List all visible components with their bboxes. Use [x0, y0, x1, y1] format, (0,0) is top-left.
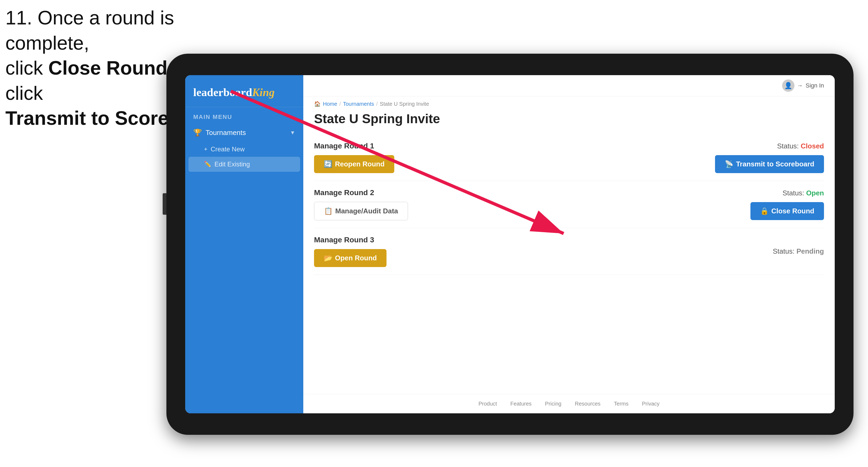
user-avatar: 👤 — [782, 80, 795, 92]
round-1-label: Manage Round 1 — [314, 142, 394, 150]
breadcrumb-tournaments-link[interactable]: Tournaments — [343, 101, 374, 107]
round-2-label: Manage Round 2 — [314, 188, 408, 197]
transmit-icon: 📡 — [725, 160, 733, 168]
instruction-line1: 11. Once a round is complete, — [5, 7, 174, 54]
close-round-button[interactable]: 🔒 Close Round — [750, 202, 824, 220]
round-2-left: Manage Round 2 📋 Manage/Audit Data — [314, 188, 408, 220]
transmit-scoreboard-label: Transmit to Scoreboard — [736, 160, 814, 168]
round-3-right: Status: Pending — [773, 247, 824, 255]
breadcrumb-sep1: / — [339, 101, 341, 107]
breadcrumb-home-link[interactable]: Home — [323, 101, 337, 107]
manage-audit-label: Manage/Audit Data — [335, 207, 398, 215]
top-header: 👤 → Sign In — [303, 75, 835, 96]
close-round-label: Close Round — [771, 207, 814, 215]
round-3-status-value: Pending — [796, 247, 824, 255]
logo-text: leaderboardKing — [193, 86, 295, 99]
logo-king: King — [252, 86, 275, 98]
round-2-status-value: Open — [806, 189, 824, 197]
nav-edit-existing-label: Edit Existing — [214, 160, 250, 168]
content-area: 👤 → Sign In 🏠 Home / Tournaments / State… — [303, 75, 835, 413]
nav-create-new-label: Create New — [211, 146, 245, 153]
plus-icon: + — [204, 146, 208, 153]
round-2-right: Status: Open 🔒 Close Round — [750, 189, 824, 220]
main-menu-label: MAIN MENU — [185, 107, 303, 124]
round-1-status: Status: Closed — [777, 142, 824, 150]
round-3-label: Manage Round 3 — [314, 236, 386, 244]
nav-tournaments[interactable]: 🏆 Tournaments ▼ — [185, 124, 303, 142]
footer-privacy[interactable]: Privacy — [642, 401, 660, 407]
tablet-screen: leaderboardKing MAIN MENU 🏆 Tournaments … — [185, 75, 835, 413]
breadcrumb-home: 🏠 — [314, 101, 321, 107]
tablet-volume-button — [163, 193, 166, 215]
round-3-status: Status: Pending — [773, 247, 824, 255]
sign-in-button[interactable]: 👤 → Sign In — [782, 80, 824, 92]
sidebar-logo: leaderboardKing — [185, 75, 303, 107]
breadcrumb: 🏠 Home / Tournaments / State U Spring In… — [303, 96, 835, 109]
footer-terms[interactable]: Terms — [614, 401, 628, 407]
round-1-section: Manage Round 1 🔄 Reopen Round Status: Cl… — [314, 134, 824, 181]
rounds-container: Manage Round 1 🔄 Reopen Round Status: Cl… — [303, 134, 835, 394]
open-round-icon: 📂 — [324, 254, 332, 262]
tablet-device: leaderboardKing MAIN MENU 🏆 Tournaments … — [166, 54, 854, 435]
round-3-left: Manage Round 3 📂 Open Round — [314, 236, 386, 267]
page-title: State U Spring Invite — [303, 109, 835, 134]
breadcrumb-sep2: / — [376, 101, 378, 107]
nav-tournaments-label: Tournaments — [206, 129, 246, 137]
edit-icon: ✏️ — [204, 161, 211, 168]
footer-resources[interactable]: Resources — [575, 401, 601, 407]
logo-leaderboard: leaderboard — [193, 86, 252, 98]
manage-audit-icon: 📋 — [324, 207, 333, 215]
reopen-round-button[interactable]: 🔄 Reopen Round — [314, 155, 394, 173]
breadcrumb-current: State U Spring Invite — [380, 101, 429, 107]
round-2-status: Status: Open — [782, 189, 824, 197]
instruction-line2: click — [5, 57, 48, 79]
round-2-section: Manage Round 2 📋 Manage/Audit Data Statu… — [314, 181, 824, 228]
page-footer: Product Features Pricing Resources Terms… — [303, 394, 835, 413]
footer-features[interactable]: Features — [510, 401, 532, 407]
footer-pricing[interactable]: Pricing — [545, 401, 561, 407]
open-round-label: Open Round — [335, 254, 377, 262]
trophy-icon: 🏆 — [193, 129, 202, 137]
round-1-right: Status: Closed 📡 Transmit to Scoreboard — [715, 142, 824, 173]
manage-audit-button[interactable]: 📋 Manage/Audit Data — [314, 202, 408, 220]
nav-create-new[interactable]: + Create New — [185, 142, 303, 157]
round-1-left: Manage Round 1 🔄 Reopen Round — [314, 142, 394, 173]
nav-edit-existing[interactable]: ✏️ Edit Existing — [188, 157, 300, 172]
transmit-scoreboard-button[interactable]: 📡 Transmit to Scoreboard — [715, 155, 824, 173]
sidebar: leaderboardKing MAIN MENU 🏆 Tournaments … — [185, 75, 303, 413]
sign-in-icon: → — [797, 82, 803, 89]
avatar-icon: 👤 — [784, 82, 792, 89]
sign-in-label: Sign In — [806, 82, 824, 89]
close-round-icon: 🔒 — [760, 207, 769, 215]
instruction-bold1: Close Round — [48, 57, 167, 79]
round-1-status-value: Closed — [801, 142, 824, 150]
reopen-round-label: Reopen Round — [335, 160, 384, 168]
chevron-down-icon: ▼ — [290, 130, 295, 136]
reopen-icon: 🔄 — [324, 160, 332, 168]
round-3-section: Manage Round 3 📂 Open Round Status: Pend… — [314, 228, 824, 275]
footer-product[interactable]: Product — [478, 401, 497, 407]
open-round-button[interactable]: 📂 Open Round — [314, 249, 386, 267]
